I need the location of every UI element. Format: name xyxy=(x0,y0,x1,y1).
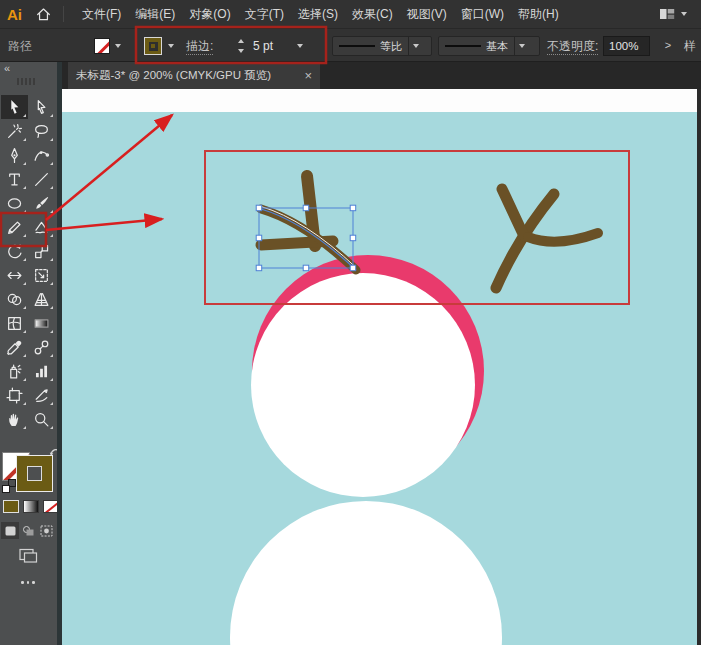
zoom-tool[interactable] xyxy=(28,407,55,431)
line-segment-tool[interactable] xyxy=(28,167,55,191)
menu-item[interactable]: 帮助(H) xyxy=(511,0,566,28)
app-logo-icon[interactable]: Ai xyxy=(7,6,22,23)
snowman-head[interactable] xyxy=(251,273,475,497)
style-label-clipped: 样 xyxy=(684,29,696,63)
stroke-weight-value[interactable]: 5 pt xyxy=(253,29,273,63)
panel-grip-handle[interactable] xyxy=(17,78,35,85)
document-tab-title: 未标题-3* @ 200% (CMYK/GPU 预览) xyxy=(76,68,298,83)
opacity-input[interactable]: 100% xyxy=(603,36,650,56)
curvature-tool[interactable] xyxy=(28,143,55,167)
menu-item[interactable]: 文字(T) xyxy=(238,0,291,28)
width-profile-dropdown[interactable]: 等比 xyxy=(332,36,432,56)
lasso-tool[interactable] xyxy=(28,119,55,143)
slice-tool[interactable] xyxy=(28,383,55,407)
perspective-grid-tool[interactable] xyxy=(28,287,55,311)
scale-tool[interactable] xyxy=(28,239,55,263)
menu-item[interactable]: 文件(F) xyxy=(75,0,128,28)
tool-grid xyxy=(1,95,56,431)
artwork xyxy=(62,89,701,645)
column-graph-tool[interactable] xyxy=(28,359,55,383)
type-tool[interactable] xyxy=(1,167,28,191)
gradient-button[interactable] xyxy=(23,500,39,513)
workspace-switcher-icon[interactable] xyxy=(659,7,675,21)
tools-panel: « xyxy=(0,62,62,645)
document-tab[interactable]: 未标题-3* @ 200% (CMYK/GPU 预览) × xyxy=(68,62,320,89)
selection-type-label: 路径 xyxy=(8,29,32,63)
menu-bar: Ai 文件(F)编辑(E)对象(O)文字(T)选择(S)效果(C)视图(V)窗口… xyxy=(0,0,701,28)
fill-chevron-icon[interactable] xyxy=(115,44,121,48)
free-transform-tool[interactable] xyxy=(28,263,55,287)
rotate-tool[interactable] xyxy=(1,239,28,263)
mesh-tool[interactable] xyxy=(1,311,28,335)
stroke-swatch-active[interactable] xyxy=(16,455,53,492)
fill-color-swatch[interactable] xyxy=(94,38,110,54)
draw-normal-mode-icon[interactable] xyxy=(1,522,19,539)
menu-item[interactable]: 编辑(E) xyxy=(128,0,182,28)
document-tab-bar: 未标题-3* @ 200% (CMYK/GPU 预览) × xyxy=(62,62,701,89)
edit-toolbar-dots-icon[interactable] xyxy=(21,581,35,584)
shaper-tool[interactable] xyxy=(28,215,55,239)
width-tool[interactable] xyxy=(1,263,28,287)
home-icon[interactable] xyxy=(36,7,51,22)
screen-mode-icon[interactable] xyxy=(19,548,38,568)
pen-tool[interactable] xyxy=(1,143,28,167)
menu-item[interactable]: 对象(O) xyxy=(182,0,237,28)
menu-items: 文件(F)编辑(E)对象(O)文字(T)选择(S)效果(C)视图(V)窗口(W)… xyxy=(75,0,566,28)
paintbrush-tool[interactable] xyxy=(28,191,55,215)
chevron-down-icon[interactable] xyxy=(681,12,687,16)
pencil-tool[interactable] xyxy=(1,215,28,239)
default-fill-stroke-icon[interactable] xyxy=(2,479,16,493)
tab-close-icon[interactable]: × xyxy=(304,68,312,83)
stroke-chevron-icon[interactable] xyxy=(168,44,174,48)
symbol-sprayer-tool[interactable] xyxy=(1,359,28,383)
opacity-label[interactable]: 不透明度: xyxy=(547,29,598,63)
draw-behind-mode-icon[interactable] xyxy=(19,522,37,539)
menu-item[interactable]: 窗口(W) xyxy=(454,0,511,28)
eyedropper-tool[interactable] xyxy=(1,335,28,359)
stroke-weight-label[interactable]: 描边: xyxy=(186,29,213,63)
color-type-buttons xyxy=(3,500,59,513)
blend-tool[interactable] xyxy=(28,335,55,359)
profile-line-icon xyxy=(339,45,375,48)
control-options-bar: 路径 描边: 5 pt 等比 基本 不透明度: 100% > 样 xyxy=(0,28,701,62)
color-button[interactable] xyxy=(3,500,19,513)
illustrator-window: Ai 文件(F)编辑(E)对象(O)文字(T)选择(S)效果(C)视图(V)窗口… xyxy=(0,0,701,645)
shape-builder-tool[interactable] xyxy=(1,287,28,311)
stroke-color-swatch[interactable] xyxy=(144,37,162,55)
stroke-weight-chevron-icon[interactable] xyxy=(297,44,303,48)
swap-fill-stroke-icon[interactable] xyxy=(49,443,61,461)
canvas-surface[interactable] xyxy=(62,89,701,645)
drawing-mode-buttons xyxy=(1,522,55,539)
pasteboard xyxy=(62,89,697,112)
magic-wand-tool[interactable] xyxy=(1,119,28,143)
ellipse-tool[interactable] xyxy=(1,191,28,215)
direct-selection-tool[interactable] xyxy=(28,95,55,119)
artboard-tool[interactable] xyxy=(1,383,28,407)
divider xyxy=(63,6,64,22)
brush-line-icon xyxy=(445,45,481,48)
hand-tool[interactable] xyxy=(1,407,28,431)
canvas-edge xyxy=(697,89,701,645)
selection-tool[interactable] xyxy=(1,95,28,119)
draw-inside-mode-icon[interactable] xyxy=(37,522,55,539)
none-button[interactable] xyxy=(43,500,59,513)
collapse-panel-button[interactable]: « xyxy=(4,62,10,74)
menu-item[interactable]: 视图(V) xyxy=(400,0,454,28)
more-options-button[interactable]: > xyxy=(660,36,676,56)
menu-item[interactable]: 效果(C) xyxy=(345,0,400,28)
gradient-tool[interactable] xyxy=(28,311,55,335)
stroke-weight-stepper[interactable] xyxy=(235,37,246,55)
menu-item[interactable]: 选择(S) xyxy=(291,0,345,28)
brush-definition-dropdown[interactable]: 基本 xyxy=(438,36,540,56)
